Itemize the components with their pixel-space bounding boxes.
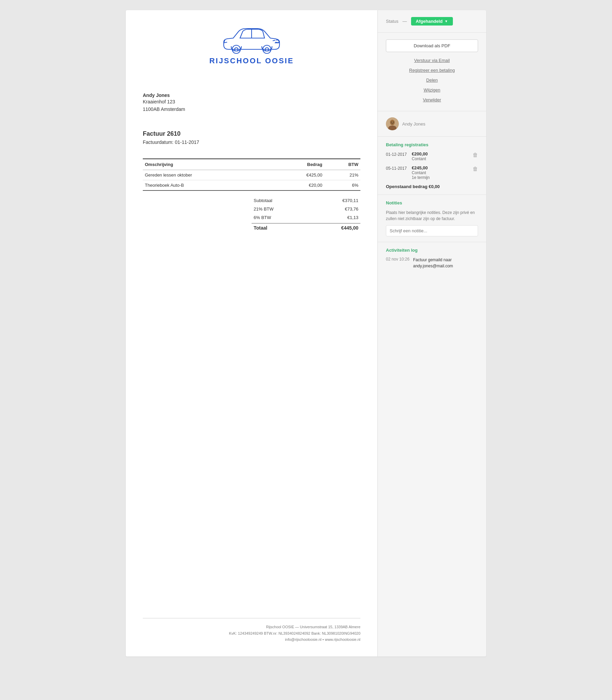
activity-description: Factuur gemaild naar andy.jones@mail.com xyxy=(413,257,478,269)
invoice-date-label: Factuurdatum: xyxy=(143,139,173,145)
row-vat: 21% xyxy=(324,170,360,180)
subtotal-value: €370,11 xyxy=(343,198,358,203)
client-name-link[interactable]: Andy Jones xyxy=(402,121,425,126)
edit-button[interactable]: Wijzigen xyxy=(386,86,478,94)
col-vat: BTW xyxy=(324,159,360,170)
delete-button[interactable]: Verwijder xyxy=(386,96,478,104)
notes-input[interactable] xyxy=(386,225,478,236)
col-amount: Bedrag xyxy=(273,159,324,170)
delete-payment-icon[interactable]: 🗑 xyxy=(473,151,478,158)
vat6-label: 6% BTW xyxy=(254,215,271,220)
payment-amount: €245,00 xyxy=(412,165,470,170)
activity-title: Activiteiten log xyxy=(386,248,478,253)
payment-date: 05-11-2017 xyxy=(386,165,409,171)
payment-date: 01-12-2017 xyxy=(386,151,409,157)
recipient-name: Andy Jones xyxy=(143,93,360,98)
payment-details: €200,00 Contant xyxy=(412,151,470,161)
row-amount: €425,00 xyxy=(273,170,324,180)
payment-item: 01-12-2017 €200,00 Contant 🗑 xyxy=(386,151,478,161)
invoice-recipient: Andy Jones Kraaienhof 123 1100AB Amsterd… xyxy=(143,93,360,113)
status-label: Status xyxy=(386,19,399,24)
row-amount: €20,00 xyxy=(273,180,324,191)
status-value: Afgehandeld xyxy=(416,19,443,24)
subtotal-label: Subtotaal xyxy=(254,198,272,203)
avatar xyxy=(386,117,399,130)
svg-point-6 xyxy=(390,120,395,125)
share-button[interactable]: Delen xyxy=(386,76,478,84)
status-section: Status — Afgehandeld ▼ xyxy=(378,10,486,33)
invoice-panel: RIJSCHOOL OOSIE Andy Jones Kraaienhof 12… xyxy=(126,10,377,657)
avatar-image xyxy=(386,117,399,130)
table-row: Gereden lessen oktober €425,00 21% xyxy=(143,170,360,180)
row-description: Gereden lessen oktober xyxy=(143,170,273,180)
totals-section: Subtotaal €370,11 21% BTW €73,76 6% BTW … xyxy=(252,196,360,232)
car-logo-icon xyxy=(218,24,286,54)
payments-section: Betaling registraties 01-12-2017 €200,00… xyxy=(378,137,486,195)
row-description: Theorieboek Auto-B xyxy=(143,180,273,191)
download-pdf-button[interactable]: Download als PDF xyxy=(386,39,478,52)
footer-line3: info@rijschooloosie.nl • www.rijschooloo… xyxy=(143,636,360,643)
payments-title: Betaling registraties xyxy=(386,142,478,147)
total-label: Totaal xyxy=(254,225,267,231)
svg-point-9 xyxy=(393,122,394,122)
footer-line1: Rijschool OOSIE — Universumstraat 15, 13… xyxy=(143,624,360,630)
subtotal-row: Subtotaal €370,11 xyxy=(252,196,360,205)
notes-title: Notities xyxy=(386,200,478,205)
vat21-value: €73,76 xyxy=(345,206,358,211)
total-value: €445,00 xyxy=(341,225,358,231)
recipient-address-line1: Kraaienhof 123 xyxy=(143,98,360,106)
invoice-date-value: 01-11-2017 xyxy=(175,139,199,145)
row-vat: 6% xyxy=(324,180,360,191)
vat21-label: 21% BTW xyxy=(254,206,274,211)
outstanding-amount: Openstaand bedrag €0,00 xyxy=(386,184,478,189)
payment-details: €245,00 Contant 1e termijn xyxy=(412,165,470,180)
total-row: Totaal €445,00 xyxy=(252,223,360,232)
page-wrapper: RIJSCHOOL OOSIE Andy Jones Kraaienhof 12… xyxy=(126,10,486,657)
col-description: Omschrijving xyxy=(143,159,273,170)
status-dash: — xyxy=(403,19,407,24)
vat6-row: 6% BTW €1,13 xyxy=(252,213,360,222)
notes-section: Notities Plaats hier belangrijke notitie… xyxy=(378,195,486,242)
activity-item: 02 nov 10:26 Factuur gemaild naar andy.j… xyxy=(386,257,478,269)
payment-item: 05-11-2017 €245,00 Contant 1e termijn 🗑 xyxy=(386,165,478,180)
send-email-button[interactable]: Verstuur via Email xyxy=(386,56,478,65)
vat6-value: €1,13 xyxy=(347,215,358,220)
payment-amount: €200,00 xyxy=(412,151,470,156)
payment-method: Contant xyxy=(412,170,470,175)
chevron-down-icon: ▼ xyxy=(445,19,448,23)
footer-spacer xyxy=(143,232,360,618)
action-buttons: Download als PDF Verstuur via Email Regi… xyxy=(386,39,478,104)
activity-items-list: 02 nov 10:26 Factuur gemaild naar andy.j… xyxy=(386,257,478,269)
sidebar-panel: Status — Afgehandeld ▼ Download als PDF … xyxy=(377,10,486,657)
footer-line2: KvK: 124349249249 BTW.nr: NL393402482409… xyxy=(143,630,360,637)
register-payment-button[interactable]: Registreer een betaling xyxy=(386,66,478,74)
delete-payment-icon[interactable]: 🗑 xyxy=(473,165,478,172)
invoice-footer: Rijschool OOSIE — Universumstraat 15, 13… xyxy=(143,618,360,643)
payment-method: Contant xyxy=(412,156,470,161)
svg-point-8 xyxy=(391,122,392,122)
vat21-row: 21% BTW €73,76 xyxy=(252,205,360,213)
status-row: Status — Afgehandeld ▼ xyxy=(386,17,478,26)
invoice-date: Factuurdatum: 01-11-2017 xyxy=(143,139,360,145)
client-section: Andy Jones xyxy=(378,111,486,137)
notes-description: Plaats hier belangrijke notities. Deze z… xyxy=(386,209,478,222)
recipient-address-line2: 1100AB Amsterdam xyxy=(143,106,360,113)
invoice-title: Factuur 2610 xyxy=(143,130,360,137)
activity-time: 02 nov 10:26 xyxy=(386,257,410,262)
table-row: Theorieboek Auto-B €20,00 6% xyxy=(143,180,360,191)
activity-section: Activiteiten log 02 nov 10:26 Factuur ge… xyxy=(378,242,486,274)
payment-note: 1e termijn xyxy=(412,175,470,180)
payment-items-list: 01-12-2017 €200,00 Contant 🗑 05-11-2017 … xyxy=(386,151,478,180)
actions-section: Download als PDF Verstuur via Email Regi… xyxy=(378,33,486,111)
status-badge[interactable]: Afgehandeld ▼ xyxy=(411,17,453,26)
invoice-title-section: Factuur 2610 Factuurdatum: 01-11-2017 xyxy=(143,130,360,145)
logo-area: RIJSCHOOL OOSIE xyxy=(143,24,360,65)
logo-text: RIJSCHOOL OOSIE xyxy=(143,56,360,65)
invoice-table: Omschrijving Bedrag BTW Gereden lessen o… xyxy=(143,159,360,191)
